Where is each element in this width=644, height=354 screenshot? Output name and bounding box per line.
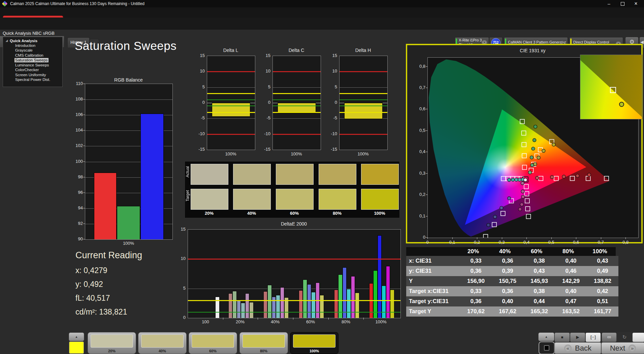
cie-ytick: 0,6 bbox=[416, 106, 425, 111]
target-swatch-60% bbox=[276, 189, 314, 210]
table-header-100%: 100% bbox=[584, 247, 616, 256]
measured-point bbox=[521, 181, 524, 185]
cie-title: CIE 1931 xy bbox=[427, 48, 638, 53]
deltae-bar bbox=[311, 292, 316, 318]
table-cell: 0,47 bbox=[555, 296, 587, 306]
delta_l-ytick: 0 bbox=[195, 100, 205, 105]
gridline bbox=[188, 289, 400, 289]
deltae-bar bbox=[334, 290, 339, 318]
measured-point bbox=[511, 178, 515, 181]
sidebar-item-saturation-sweeps[interactable]: Saturation Sweeps bbox=[14, 58, 49, 62]
delta_c-ytick: -10 bbox=[260, 131, 270, 136]
stop-button[interactable]: ■ bbox=[554, 332, 570, 342]
cie-zoom-inset bbox=[580, 55, 642, 119]
sidebar-item-grayscale[interactable]: Grayscale bbox=[14, 48, 33, 53]
measured-point bbox=[493, 215, 497, 218]
deltae-bar bbox=[272, 297, 276, 318]
table-row: Target Y170,62167,62165,32163,52161,77 bbox=[406, 306, 618, 317]
pattern-swatch bbox=[243, 334, 285, 348]
pattern-button-label: 60% bbox=[189, 349, 237, 353]
pattern-expand-button[interactable]: ▲ bbox=[69, 332, 84, 341]
delta_c-ytick: 15 bbox=[260, 53, 270, 58]
pattern-button-label: 20% bbox=[88, 349, 136, 353]
deltae-bar bbox=[347, 289, 351, 318]
table-cell: 0,46 bbox=[555, 266, 587, 276]
deltae-bar bbox=[249, 302, 254, 318]
app-icon bbox=[2, 1, 8, 7]
single-measure-button[interactable]: [··] bbox=[585, 332, 601, 342]
target-square bbox=[483, 234, 488, 238]
actual-swatch-40% bbox=[233, 164, 271, 185]
deltae-bar bbox=[390, 290, 394, 318]
current-pattern-swatch bbox=[69, 342, 84, 354]
measured-point bbox=[521, 190, 524, 193]
measured-point bbox=[534, 125, 537, 128]
table-cell: 0,33 bbox=[460, 286, 492, 296]
table-header-row: 20%40%60%80%100% bbox=[406, 247, 616, 256]
delta_l-bar bbox=[212, 103, 250, 117]
gridline bbox=[207, 103, 255, 103]
maximize-button[interactable] bbox=[616, 0, 629, 7]
close-button[interactable]: × bbox=[629, 0, 643, 7]
table-row: Target y:CIE310,360,400,440,470,51 bbox=[406, 296, 618, 306]
delta_c-title: Delta C bbox=[269, 48, 324, 53]
sidebar-item-spectral-power-dist[interactable]: Spectral Power Dist. bbox=[14, 78, 51, 82]
rgb-ytick: 94 bbox=[71, 205, 83, 210]
up-arrow-icon: ▲ bbox=[545, 335, 548, 338]
measured-point bbox=[542, 149, 545, 152]
table-cell: 170,62 bbox=[460, 306, 492, 317]
deltae-group-label: 80% bbox=[336, 319, 356, 324]
sidebar-item-introduction[interactable]: Introduction bbox=[14, 43, 36, 48]
sidebar-item-colorchecker[interactable]: ColorChecker bbox=[14, 68, 39, 72]
pattern-button-40%[interactable]: 40% bbox=[138, 332, 187, 354]
sidebar-item-luminance-sweeps[interactable]: Luminance Sweeps bbox=[14, 63, 50, 67]
deltae-bar bbox=[351, 276, 355, 318]
tick-mark bbox=[426, 130, 427, 131]
actual-swatch-60% bbox=[276, 164, 314, 185]
delta_c-ytick: 0 bbox=[260, 100, 270, 105]
target-square bbox=[525, 199, 529, 203]
continuous-measure-button[interactable]: ∞ bbox=[602, 332, 617, 342]
sidebar-item-cms-calibration[interactable]: CMS Calibration bbox=[14, 53, 44, 58]
stop-capture-button[interactable] bbox=[539, 342, 555, 354]
target-row-label: Target bbox=[185, 190, 190, 201]
pattern-button-80%[interactable]: 80% bbox=[239, 332, 288, 354]
target-square bbox=[522, 153, 526, 158]
table-cell: 0,36 bbox=[460, 266, 492, 276]
rgb-ytick: 108 bbox=[71, 96, 83, 101]
minimize-button[interactable]: – bbox=[602, 0, 616, 7]
play-button[interactable]: ▶ bbox=[570, 332, 585, 342]
gridline bbox=[85, 162, 172, 162]
table-cell: 0,38 bbox=[523, 286, 555, 296]
measured-point bbox=[530, 156, 534, 159]
transport-expand-button[interactable]: ▲ bbox=[538, 332, 554, 341]
table-cell: 0,39 bbox=[492, 266, 523, 276]
refresh-icon: ↻ bbox=[622, 334, 627, 340]
table-cell: 0,36 bbox=[460, 296, 492, 306]
back-label: Back bbox=[575, 344, 591, 353]
next-button[interactable]: Next » bbox=[601, 342, 644, 354]
pattern-button-100%[interactable]: 100% bbox=[290, 332, 339, 354]
deltae-group-label: 40% bbox=[265, 319, 285, 324]
target-square bbox=[524, 184, 528, 189]
table-cell: 165,32 bbox=[523, 306, 555, 317]
tick-mark bbox=[502, 237, 502, 239]
table-cell: 142,29 bbox=[555, 276, 587, 286]
table-cell: 156,90 bbox=[460, 276, 492, 286]
sidebar-item-screen-uniformity[interactable]: Screen Uniformity bbox=[14, 73, 46, 77]
reference-line bbox=[273, 134, 321, 135]
cie-ytick: 0,4 bbox=[416, 149, 425, 154]
extra-transport-button[interactable] bbox=[632, 332, 644, 342]
tick-mark bbox=[601, 237, 601, 239]
gridline bbox=[85, 208, 172, 209]
refresh-button[interactable]: ↻ bbox=[617, 332, 632, 342]
deltae-bar bbox=[245, 293, 250, 318]
pattern-button-60%[interactable]: 60% bbox=[189, 332, 237, 354]
tree-root-quick-analysis[interactable]: ◢ Quick Analysis bbox=[6, 39, 62, 43]
actual-swatch-20% bbox=[191, 164, 228, 185]
table-cell: 0,40 bbox=[555, 286, 587, 296]
chevron-double-left-icon: « bbox=[564, 345, 572, 352]
pattern-button-20%[interactable]: 20% bbox=[88, 332, 136, 354]
back-button[interactable]: « Back bbox=[554, 342, 601, 354]
current-reading-y: y: 0,492 bbox=[75, 280, 103, 289]
